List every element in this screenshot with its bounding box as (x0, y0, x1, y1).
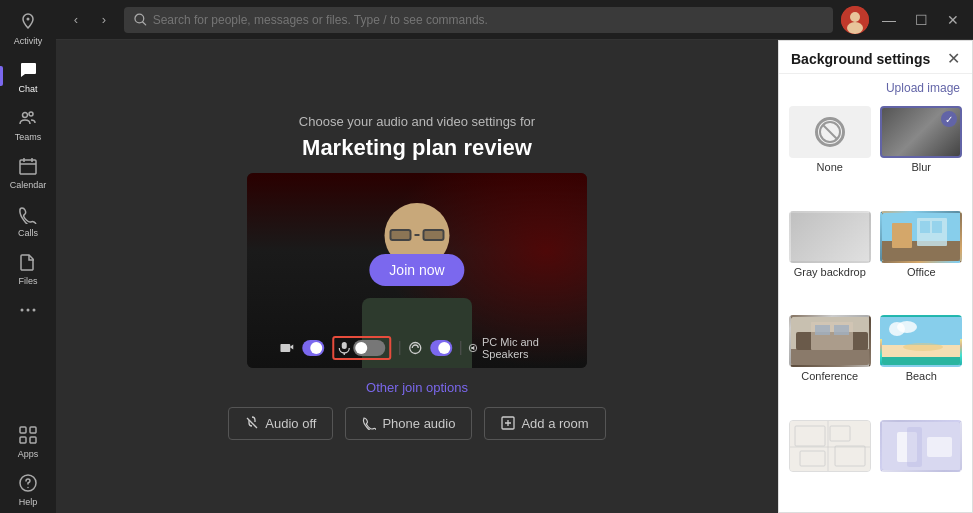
sidebar-item-activity[interactable]: Activity (0, 4, 56, 52)
phone-icon (362, 416, 376, 430)
close-button[interactable]: ✕ (941, 8, 965, 32)
conference-svg (791, 317, 871, 367)
upload-image-link[interactable]: Upload image (886, 81, 960, 95)
bg-settings-panel: Background settings ✕ Upload image (778, 40, 973, 513)
avatar (841, 6, 869, 34)
effects-toggle[interactable] (430, 340, 452, 356)
calls-icon (16, 202, 40, 226)
topbar: ‹ › — ☐ ✕ (56, 0, 973, 40)
maximize-button[interactable]: ☐ (909, 8, 933, 32)
search-input[interactable] (153, 13, 823, 27)
bg-item-abstract[interactable] (879, 420, 965, 507)
separator (399, 341, 400, 355)
bg-item-office[interactable]: Office (879, 211, 965, 310)
bg-label-none: None (817, 161, 843, 173)
apps-icon (16, 423, 40, 447)
sidebar-item-files[interactable]: Files (0, 244, 56, 292)
main-area: ‹ › — ☐ ✕ Choose your (56, 0, 973, 513)
bg-thumb-blur: ✓ (880, 106, 962, 158)
svg-rect-52 (927, 437, 952, 457)
forward-button[interactable]: › (92, 8, 116, 32)
bg-panel-close-button[interactable]: ✕ (947, 51, 960, 67)
sidebar-item-calendar[interactable]: Calendar (0, 148, 56, 196)
bg-label-office: Office (907, 266, 936, 278)
svg-rect-27 (920, 221, 930, 233)
bg-thumb-office (880, 211, 962, 263)
call-subtitle: Choose your audio and video settings for (299, 114, 535, 129)
svg-point-5 (27, 309, 30, 312)
svg-point-15 (850, 12, 860, 22)
mic-icon (338, 341, 350, 355)
join-options: Audio off Phone audio Add a room (228, 407, 605, 440)
svg-point-1 (23, 113, 28, 118)
sidebar: Activity Chat Teams Calend (0, 0, 56, 513)
join-now-button[interactable]: Join now (369, 254, 464, 286)
other-options-link[interactable]: Other join options (366, 380, 468, 395)
svg-rect-51 (907, 427, 922, 467)
svg-point-16 (847, 22, 863, 34)
bg-item-conference[interactable]: Conference (787, 315, 873, 414)
sidebar-item-teams[interactable]: Teams (0, 100, 56, 148)
calendar-icon (16, 154, 40, 178)
call-area: Choose your audio and video settings for… (56, 40, 778, 513)
teams-icon (16, 106, 40, 130)
sidebar-item-files-label: Files (18, 276, 37, 286)
mic-toggle[interactable] (353, 340, 385, 356)
bg-item-blur[interactable]: ✓ Blur (879, 106, 965, 205)
svg-rect-17 (342, 342, 347, 349)
search-icon (134, 13, 147, 26)
bg-panel-upload: Upload image (779, 74, 972, 100)
call-title: Marketing plan review (302, 135, 532, 161)
phone-audio-button[interactable]: Phone audio (345, 407, 472, 440)
back-button[interactable]: ‹ (64, 8, 88, 32)
audio-off-button[interactable]: Audio off (228, 407, 333, 440)
search-bar[interactable] (124, 7, 833, 33)
audio-off-icon (245, 416, 259, 430)
bg-item-map[interactable] (787, 420, 873, 507)
speaker-text: PC Mic and Speakers (482, 336, 554, 360)
sidebar-item-activity-label: Activity (14, 36, 43, 46)
audio-off-label: Audio off (265, 416, 316, 431)
files-icon (16, 250, 40, 274)
bg-thumb-map (789, 420, 871, 472)
svg-point-6 (33, 309, 36, 312)
abstract-svg (882, 422, 962, 472)
video-controls: PC Mic and Speakers (280, 336, 553, 360)
svg-point-12 (27, 487, 29, 489)
camera-toggle[interactable] (302, 340, 324, 356)
bg-label-beach: Beach (906, 370, 937, 382)
sidebar-item-help-label: Help (19, 497, 38, 507)
svg-point-0 (27, 18, 30, 21)
topbar-right: — ☐ ✕ (841, 6, 965, 34)
svg-point-37 (897, 321, 917, 333)
bg-panel-header: Background settings ✕ (779, 41, 972, 74)
bg-panel-title: Background settings (791, 51, 930, 67)
svg-rect-33 (815, 325, 830, 335)
activity-icon (16, 10, 40, 34)
sidebar-item-apps[interactable]: Apps (0, 417, 56, 465)
minimize-button[interactable]: — (877, 8, 901, 32)
svg-rect-25 (892, 223, 912, 248)
bg-item-gray[interactable]: Gray backdrop (787, 211, 873, 310)
speaker-icon (469, 341, 478, 355)
add-room-button[interactable]: Add a room (484, 407, 605, 440)
sidebar-item-calls-label: Calls (18, 228, 38, 238)
office-svg (882, 213, 962, 263)
bg-item-beach[interactable]: Beach (879, 315, 965, 414)
beach-svg (882, 317, 962, 367)
sidebar-item-more[interactable] (0, 292, 56, 328)
sidebar-item-chat-label: Chat (18, 84, 37, 94)
bg-thumb-conference (789, 315, 871, 367)
phone-audio-label: Phone audio (382, 416, 455, 431)
sidebar-item-calls[interactable]: Calls (0, 196, 56, 244)
sidebar-item-chat[interactable]: Chat (0, 52, 56, 100)
svg-rect-10 (30, 437, 36, 443)
selected-check: ✓ (941, 111, 957, 127)
svg-point-18 (409, 342, 420, 353)
svg-line-22 (823, 125, 837, 139)
add-room-label: Add a room (521, 416, 588, 431)
bg-item-none[interactable]: None (787, 106, 873, 205)
sidebar-item-help[interactable]: Help (0, 465, 56, 513)
map-svg (790, 421, 871, 472)
help-icon (16, 471, 40, 495)
